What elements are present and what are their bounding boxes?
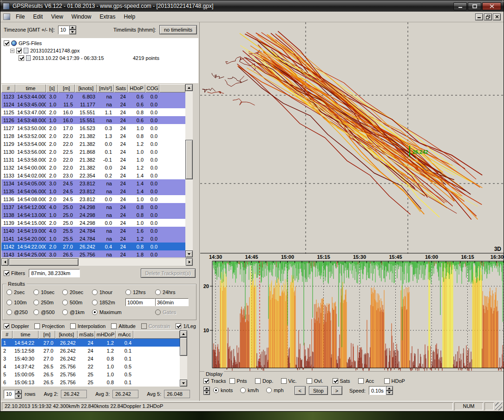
table-row[interactable]: 113914:54:15.0002.025.024.2980.0241.00.0 bbox=[1, 219, 185, 227]
spin-down-icon[interactable] bbox=[386, 391, 393, 395]
menu-edit[interactable]: Edit bbox=[29, 12, 47, 22]
table-row[interactable]: 114114:54:20.0001.025.524.784na241.20.0 bbox=[1, 235, 185, 243]
minimize-button[interactable] bbox=[453, 2, 467, 10]
tree-item-gpx-file[interactable]: 20131022141748.gpx bbox=[1, 47, 198, 54]
menu-file[interactable]: File bbox=[12, 12, 29, 22]
column-header[interactable]: mHDoP bbox=[95, 330, 116, 339]
column-header[interactable]: # bbox=[1, 330, 13, 339]
100m-radio[interactable]: 100m bbox=[7, 300, 33, 305]
results-table-scrollbar[interactable] bbox=[180, 330, 187, 387]
1-leg-checkbox[interactable]: 1/Leg bbox=[176, 323, 196, 329]
table-row[interactable]: 112514:53:47.0002.016.015.5511.1240.80.0 bbox=[1, 108, 185, 116]
ovl-checkbox[interactable]: Ovl. bbox=[307, 378, 333, 384]
column-header[interactable]: [knots] bbox=[55, 330, 78, 339]
table-row[interactable]: 113814:54:13.0001.025.024.298na240.80.0 bbox=[1, 211, 185, 219]
child-close-button[interactable] bbox=[493, 13, 501, 20]
menu-view[interactable]: View bbox=[47, 12, 67, 22]
child-restore-button[interactable] bbox=[484, 13, 492, 20]
distance-input[interactable]: 1000m bbox=[125, 298, 155, 306]
table-row[interactable]: 112814:53:52.0002.022.021.3821.3240.80.0 bbox=[1, 132, 185, 140]
500-radio[interactable]: @500 bbox=[33, 309, 62, 315]
table-row[interactable]: 114014:54:19.0004.025.524.784na241.60.0 bbox=[1, 227, 185, 235]
12hrs-radio[interactable]: 12hrs bbox=[125, 289, 155, 295]
scrollbar-thumb[interactable] bbox=[9, 258, 79, 266]
spin-up-icon[interactable] bbox=[69, 26, 76, 30]
tree-item-track[interactable]: 2013.10.22 04:17:39 - 06:33:15 4219 poin… bbox=[1, 54, 198, 62]
timelimits-button[interactable]: no timelimits bbox=[159, 25, 197, 34]
table-row[interactable]: 114314:54:25.0003.026.525.756na241.80.0 bbox=[1, 250, 185, 257]
acc-checkbox[interactable]: Acc bbox=[358, 378, 384, 384]
scroll-down-icon[interactable] bbox=[185, 250, 193, 257]
table-row[interactable]: 113514:54:06.0001.024.523.812na241.40.0 bbox=[1, 187, 185, 195]
knots-radio[interactable]: knots bbox=[213, 387, 233, 393]
child-minimize-button[interactable] bbox=[475, 13, 483, 20]
timezone-spinner[interactable]: 10 bbox=[58, 26, 76, 34]
1km-radio[interactable]: @1km bbox=[62, 309, 92, 315]
table-row[interactable]: 112314:53:44.0003.07.06.803na240.60.0 bbox=[1, 92, 185, 100]
scroll-right-icon[interactable] bbox=[186, 258, 193, 266]
close-button[interactable] bbox=[482, 2, 501, 10]
table-row[interactable]: 113114:53:58.0002.022.021.382-0.1241.00.… bbox=[1, 156, 185, 164]
menu-help[interactable]: Help bbox=[120, 12, 140, 22]
table-row[interactable]: 113214:54:00.0002.022.021.3820.0241.20.0 bbox=[1, 164, 185, 171]
stop-button[interactable]: Stop bbox=[309, 386, 328, 395]
column-header[interactable]: COG bbox=[145, 84, 159, 92]
column-header[interactable]: time bbox=[13, 330, 39, 339]
spin-up-icon[interactable] bbox=[386, 386, 393, 391]
dop-checkbox[interactable]: Dop. bbox=[255, 378, 281, 384]
1852m-radio[interactable]: 1852m bbox=[92, 300, 125, 305]
column-header[interactable]: [s] bbox=[46, 84, 58, 92]
table-row[interactable]: 112914:53:54.0002.022.021.3820.0241.20.0 bbox=[1, 140, 185, 148]
24hrs-radio[interactable]: 24hrs bbox=[155, 289, 189, 295]
250m-radio[interactable]: 250m bbox=[33, 300, 62, 305]
spin-down-icon[interactable] bbox=[15, 394, 22, 399]
speed-spinner[interactable]: 0.10s bbox=[369, 386, 393, 395]
table-row[interactable]: 615:06:1326.525.756250.80.1 bbox=[1, 378, 180, 386]
doppler-checkbox[interactable]: Doppler bbox=[4, 323, 29, 329]
altitude-checkbox[interactable]: Altitude bbox=[111, 323, 136, 329]
column-header[interactable]: mAcc bbox=[116, 330, 133, 339]
table-row[interactable]: 113714:54:12.0004.025.024.298na240.80.0 bbox=[1, 203, 185, 211]
step-forward-button[interactable]: > bbox=[331, 386, 342, 395]
hdop-checkbox[interactable]: HDoP bbox=[384, 378, 410, 384]
menu-extras[interactable]: Extras bbox=[96, 12, 120, 22]
scroll-up-icon[interactable] bbox=[180, 330, 187, 337]
scrollbar-thumb[interactable] bbox=[180, 337, 187, 356]
spin-down-icon[interactable] bbox=[69, 30, 76, 34]
table-row[interactable]: 215:12:5827.026.242241.20.1 bbox=[1, 347, 180, 354]
scrollbar-thumb[interactable] bbox=[185, 140, 193, 179]
track-checkbox[interactable] bbox=[19, 55, 24, 61]
filter-range-input[interactable]: 87min, 38.233km bbox=[29, 269, 80, 277]
column-header[interactable]: HDoP bbox=[128, 84, 145, 92]
sats-checkbox[interactable]: Sats bbox=[333, 378, 359, 384]
column-header[interactable]: [m] bbox=[58, 84, 75, 92]
250-radio[interactable]: @250 bbox=[7, 309, 33, 315]
table-row[interactable]: 113314:54:02.0002.023.022.3540.2241.40.0 bbox=[1, 171, 185, 179]
interpolation-checkbox[interactable]: Interpolation bbox=[70, 323, 106, 329]
delete-trackpoints-button[interactable]: Delete Trackpoint(s) bbox=[141, 269, 196, 278]
maximum-radio[interactable]: Maximum bbox=[92, 309, 125, 315]
table-row[interactable]: 112714:53:50.0002.017.016.5230.3241.00.0 bbox=[1, 124, 185, 132]
trackpoint-table-hscrollbar[interactable] bbox=[1, 258, 193, 266]
table-row[interactable]: 113014:53:56.0002.022.521.8680.1241.00.0 bbox=[1, 148, 185, 156]
tracks-checkbox[interactable]: Tracks bbox=[203, 378, 229, 384]
2sec-radio[interactable]: 2sec bbox=[7, 289, 33, 295]
table-row[interactable]: 414:37:4226.525.756221.00.5 bbox=[1, 362, 180, 370]
table-row[interactable]: 113614:54:08.0002.024.523.8120.0241.00.0 bbox=[1, 195, 185, 203]
gpx-file-checkbox[interactable] bbox=[16, 48, 22, 53]
column-header[interactable]: [m] bbox=[39, 330, 55, 339]
collapse-icon[interactable] bbox=[10, 49, 14, 53]
gps-files-checkbox[interactable] bbox=[4, 40, 9, 46]
table-row[interactable]: 112614:53:48.0001.016.015.551na240.60.0 bbox=[1, 116, 185, 124]
scroll-down-icon[interactable] bbox=[180, 380, 187, 387]
table-row[interactable]: 114214:54:22.0002.027.026.2420.4240.80.0 bbox=[1, 243, 185, 250]
column-header[interactable]: mSats bbox=[78, 330, 95, 339]
maximize-button[interactable] bbox=[468, 2, 481, 10]
column-header[interactable]: [knots] bbox=[75, 84, 97, 92]
track-map[interactable]: 26.2423D bbox=[200, 22, 504, 254]
20sec-radio[interactable]: 20sec bbox=[62, 289, 92, 295]
table-row[interactable]: 315:40:3027.026.242240.80.1 bbox=[1, 354, 180, 362]
spin-down-icon[interactable] bbox=[203, 391, 210, 395]
table-row[interactable]: 515:00:0526.525.756251.00.5 bbox=[1, 370, 180, 378]
spin-up-icon[interactable] bbox=[203, 387, 210, 391]
